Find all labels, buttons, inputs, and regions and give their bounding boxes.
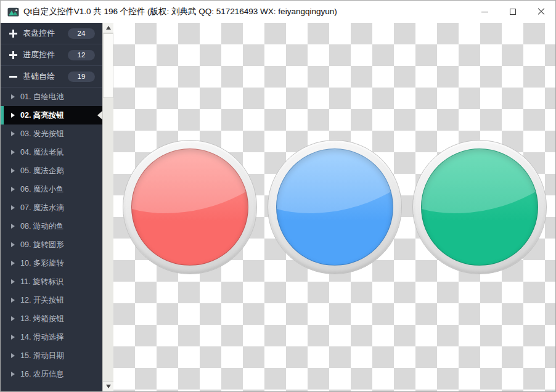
item-arrow-icon [11, 335, 15, 340]
collapse-icon[interactable] [9, 73, 17, 81]
sidebar-item-15[interactable]: 15. 滑动日期 [1, 346, 102, 365]
category-label: 进度控件 [23, 49, 55, 60]
app-window: Qt自定义控件V1.0 共 196 个控件 (版权: 刘典武 QQ: 51721… [0, 0, 556, 392]
sidebar-item-01[interactable]: 01. 自绘电池 [1, 88, 102, 106]
item-label: 13. 烤箱按钮 [20, 314, 64, 324]
glossy-button-blue[interactable] [268, 140, 402, 274]
button-face-blue [276, 149, 393, 266]
sidebar-item-06[interactable]: 06. 魔法小鱼 [1, 180, 102, 198]
category-count-badge: 12 [68, 50, 95, 60]
maximize-button[interactable] [499, 1, 527, 23]
scroll-up-button[interactable] [103, 23, 113, 33]
item-arrow-icon [11, 187, 15, 192]
item-label: 11. 旋转标识 [20, 277, 63, 287]
item-arrow-icon [11, 150, 15, 155]
item-label: 09. 旋转圆形 [20, 240, 64, 250]
sidebar-item-11[interactable]: 11. 旋转标识 [1, 272, 102, 291]
glossy-button-green[interactable] [412, 140, 547, 274]
category-label: 表盘控件 [23, 28, 55, 39]
sidebar-item-13[interactable]: 13. 烤箱按钮 [1, 309, 102, 328]
item-label: 06. 魔法小鱼 [20, 184, 64, 195]
scroll-down-button[interactable] [103, 381, 113, 391]
item-label: 10. 多彩旋转 [20, 258, 64, 269]
app-logo-icon [7, 7, 19, 17]
arrow-down-icon [106, 385, 111, 388]
sidebar-item-16[interactable]: 16. 农历信息 [1, 365, 102, 383]
sidebar-item-04[interactable]: 04. 魔法老鼠 [1, 143, 102, 161]
main-area: 表盘控件24进度控件12基础自绘19 01. 自绘电池02. 高亮按钮03. 发… [1, 23, 555, 391]
sidebar-category-3[interactable]: 基础自绘19 [1, 66, 102, 88]
arrow-up-icon [106, 26, 111, 30]
minimize-icon [481, 12, 488, 12]
sidebar-item-05[interactable]: 05. 魔法企鹅 [1, 161, 102, 180]
sidebar-item-08[interactable]: 08. 游动的鱼 [1, 217, 102, 235]
selected-notch-icon [97, 111, 102, 120]
item-label: 16. 农历信息 [20, 369, 64, 380]
sidebar-item-12[interactable]: 12. 开关按钮 [1, 291, 102, 309]
sidebar-item-14[interactable]: 14. 滑动选择 [1, 328, 102, 346]
item-arrow-icon [11, 298, 15, 303]
sidebar-item-09[interactable]: 09. 旋转圆形 [1, 235, 102, 254]
titlebar: Qt自定义控件V1.0 共 196 个控件 (版权: 刘典武 QQ: 51721… [1, 1, 555, 23]
item-label: 12. 开关按钮 [20, 295, 64, 306]
item-arrow-icon [11, 168, 15, 173]
item-arrow-icon [11, 372, 15, 377]
item-label: 07. 魔法水滴 [20, 203, 64, 213]
sidebar-categories: 表盘控件24进度控件12基础自绘19 [1, 23, 102, 88]
item-arrow-icon [11, 113, 15, 118]
category-count-badge: 24 [68, 28, 95, 39]
item-label: 15. 滑动日期 [20, 351, 64, 361]
minimize-button[interactable] [470, 1, 499, 23]
item-label: 01. 自绘电池 [20, 92, 64, 102]
gloss-highlight [421, 149, 538, 234]
item-label: 02. 高亮按钮 [20, 110, 64, 121]
window-title: Qt自定义控件V1.0 共 196 个控件 (版权: 刘典武 QQ: 51721… [23, 6, 337, 17]
expand-icon[interactable] [9, 30, 17, 38]
item-arrow-icon [11, 279, 15, 284]
glossy-button-red[interactable] [123, 140, 257, 274]
sidebar-item-07[interactable]: 07. 魔法水滴 [1, 198, 102, 217]
sidebar-item-03[interactable]: 03. 发光按钮 [1, 125, 102, 143]
item-arrow-icon [11, 353, 15, 358]
sidebar-items: 01. 自绘电池02. 高亮按钮03. 发光按钮04. 魔法老鼠05. 魔法企鹅… [1, 88, 102, 391]
expand-icon[interactable] [9, 51, 17, 59]
item-label: 08. 游动的鱼 [20, 221, 64, 232]
selected-accent-bar [1, 106, 4, 125]
scrollbar-thumb[interactable] [103, 33, 113, 98]
item-label: 03. 发光按钮 [20, 129, 64, 139]
item-arrow-icon [11, 242, 15, 247]
gloss-highlight [131, 149, 248, 234]
button-face-red [131, 149, 248, 266]
item-arrow-icon [11, 94, 15, 99]
item-label: 05. 魔法企鹅 [20, 166, 64, 176]
button-face-green [421, 149, 538, 266]
sidebar-category-1[interactable]: 表盘控件24 [1, 23, 102, 44]
item-label: 04. 魔法老鼠 [20, 147, 64, 158]
item-arrow-icon [11, 131, 15, 136]
sidebar-item-02[interactable]: 02. 高亮按钮 [1, 106, 102, 125]
sidebar-scrollbar[interactable] [102, 23, 113, 391]
close-button[interactable] [527, 1, 555, 23]
gloss-highlight [276, 149, 393, 234]
sidebar-category-2[interactable]: 进度控件12 [1, 44, 102, 66]
item-label: 14. 滑动选择 [20, 332, 64, 343]
sidebar: 表盘控件24进度控件12基础自绘19 01. 自绘电池02. 高亮按钮03. 发… [1, 23, 102, 391]
close-icon [538, 8, 545, 15]
item-arrow-icon [11, 316, 15, 321]
category-count-badge: 19 [68, 71, 95, 82]
sidebar-item-10[interactable]: 10. 多彩旋转 [1, 254, 102, 272]
item-arrow-icon [11, 205, 15, 210]
category-label: 基础自绘 [23, 71, 55, 82]
canvas [113, 23, 555, 391]
window-controls [470, 1, 555, 23]
maximize-icon [510, 9, 516, 15]
item-arrow-icon [11, 224, 15, 229]
item-arrow-icon [11, 261, 15, 266]
